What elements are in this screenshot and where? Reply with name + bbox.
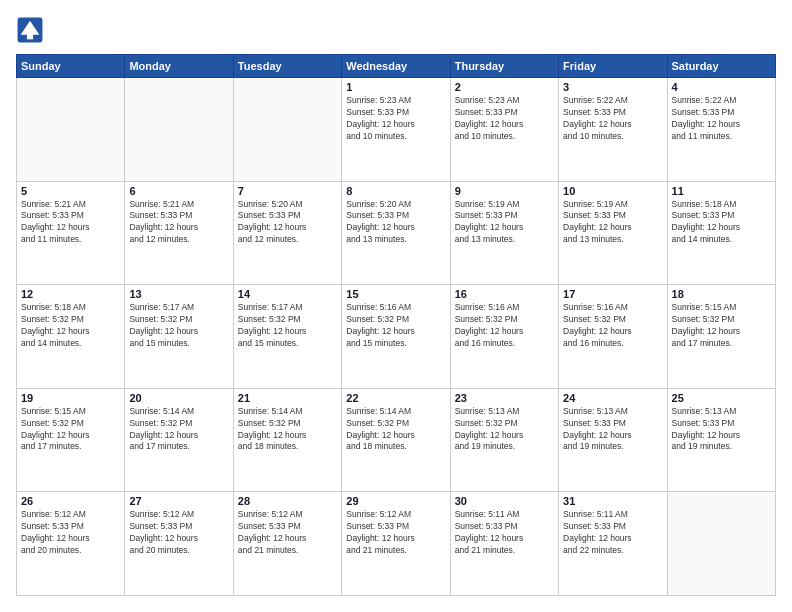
day-info: Sunrise: 5:14 AM Sunset: 5:32 PM Dayligh… [346, 406, 445, 454]
day-number: 3 [563, 81, 662, 93]
calendar-week-row: 5Sunrise: 5:21 AM Sunset: 5:33 PM Daylig… [17, 181, 776, 285]
day-info: Sunrise: 5:12 AM Sunset: 5:33 PM Dayligh… [21, 509, 120, 557]
calendar-cell: 9Sunrise: 5:19 AM Sunset: 5:33 PM Daylig… [450, 181, 558, 285]
day-info: Sunrise: 5:13 AM Sunset: 5:33 PM Dayligh… [672, 406, 771, 454]
calendar-week-row: 19Sunrise: 5:15 AM Sunset: 5:32 PM Dayli… [17, 388, 776, 492]
day-number: 27 [129, 495, 228, 507]
day-number: 19 [21, 392, 120, 404]
day-info: Sunrise: 5:21 AM Sunset: 5:33 PM Dayligh… [129, 199, 228, 247]
day-info: Sunrise: 5:12 AM Sunset: 5:33 PM Dayligh… [238, 509, 337, 557]
day-number: 6 [129, 185, 228, 197]
calendar-week-row: 26Sunrise: 5:12 AM Sunset: 5:33 PM Dayli… [17, 492, 776, 596]
calendar-cell: 18Sunrise: 5:15 AM Sunset: 5:32 PM Dayli… [667, 285, 775, 389]
day-number: 26 [21, 495, 120, 507]
day-number: 25 [672, 392, 771, 404]
day-number: 21 [238, 392, 337, 404]
calendar-table: SundayMondayTuesdayWednesdayThursdayFrid… [16, 54, 776, 596]
calendar-week-row: 12Sunrise: 5:18 AM Sunset: 5:32 PM Dayli… [17, 285, 776, 389]
day-number: 8 [346, 185, 445, 197]
day-number: 4 [672, 81, 771, 93]
day-number: 10 [563, 185, 662, 197]
page: SundayMondayTuesdayWednesdayThursdayFrid… [0, 0, 792, 612]
day-info: Sunrise: 5:11 AM Sunset: 5:33 PM Dayligh… [563, 509, 662, 557]
day-number: 9 [455, 185, 554, 197]
day-info: Sunrise: 5:17 AM Sunset: 5:32 PM Dayligh… [129, 302, 228, 350]
calendar-cell: 30Sunrise: 5:11 AM Sunset: 5:33 PM Dayli… [450, 492, 558, 596]
calendar-cell: 17Sunrise: 5:16 AM Sunset: 5:32 PM Dayli… [559, 285, 667, 389]
calendar-cell: 21Sunrise: 5:14 AM Sunset: 5:32 PM Dayli… [233, 388, 341, 492]
calendar-cell: 24Sunrise: 5:13 AM Sunset: 5:33 PM Dayli… [559, 388, 667, 492]
calendar-cell: 2Sunrise: 5:23 AM Sunset: 5:33 PM Daylig… [450, 78, 558, 182]
calendar-cell [667, 492, 775, 596]
day-number: 13 [129, 288, 228, 300]
calendar-cell: 5Sunrise: 5:21 AM Sunset: 5:33 PM Daylig… [17, 181, 125, 285]
day-number: 1 [346, 81, 445, 93]
day-info: Sunrise: 5:17 AM Sunset: 5:32 PM Dayligh… [238, 302, 337, 350]
day-number: 17 [563, 288, 662, 300]
weekday-header: Wednesday [342, 55, 450, 78]
calendar-week-row: 1Sunrise: 5:23 AM Sunset: 5:33 PM Daylig… [17, 78, 776, 182]
calendar-cell: 3Sunrise: 5:22 AM Sunset: 5:33 PM Daylig… [559, 78, 667, 182]
day-info: Sunrise: 5:21 AM Sunset: 5:33 PM Dayligh… [21, 199, 120, 247]
calendar-cell: 31Sunrise: 5:11 AM Sunset: 5:33 PM Dayli… [559, 492, 667, 596]
calendar-cell [233, 78, 341, 182]
weekday-header: Sunday [17, 55, 125, 78]
calendar-cell: 6Sunrise: 5:21 AM Sunset: 5:33 PM Daylig… [125, 181, 233, 285]
day-info: Sunrise: 5:14 AM Sunset: 5:32 PM Dayligh… [129, 406, 228, 454]
day-info: Sunrise: 5:19 AM Sunset: 5:33 PM Dayligh… [455, 199, 554, 247]
day-info: Sunrise: 5:23 AM Sunset: 5:33 PM Dayligh… [455, 95, 554, 143]
day-info: Sunrise: 5:11 AM Sunset: 5:33 PM Dayligh… [455, 509, 554, 557]
day-info: Sunrise: 5:16 AM Sunset: 5:32 PM Dayligh… [563, 302, 662, 350]
calendar-cell: 22Sunrise: 5:14 AM Sunset: 5:32 PM Dayli… [342, 388, 450, 492]
day-info: Sunrise: 5:13 AM Sunset: 5:32 PM Dayligh… [455, 406, 554, 454]
day-number: 30 [455, 495, 554, 507]
day-info: Sunrise: 5:13 AM Sunset: 5:33 PM Dayligh… [563, 406, 662, 454]
day-number: 18 [672, 288, 771, 300]
day-info: Sunrise: 5:12 AM Sunset: 5:33 PM Dayligh… [129, 509, 228, 557]
calendar-cell: 19Sunrise: 5:15 AM Sunset: 5:32 PM Dayli… [17, 388, 125, 492]
day-info: Sunrise: 5:18 AM Sunset: 5:32 PM Dayligh… [21, 302, 120, 350]
svg-rect-2 [27, 32, 33, 40]
calendar-cell: 8Sunrise: 5:20 AM Sunset: 5:33 PM Daylig… [342, 181, 450, 285]
day-number: 31 [563, 495, 662, 507]
calendar-cell: 12Sunrise: 5:18 AM Sunset: 5:32 PM Dayli… [17, 285, 125, 389]
day-info: Sunrise: 5:16 AM Sunset: 5:32 PM Dayligh… [346, 302, 445, 350]
day-number: 12 [21, 288, 120, 300]
day-number: 29 [346, 495, 445, 507]
calendar-cell: 7Sunrise: 5:20 AM Sunset: 5:33 PM Daylig… [233, 181, 341, 285]
calendar-cell: 10Sunrise: 5:19 AM Sunset: 5:33 PM Dayli… [559, 181, 667, 285]
calendar-cell: 27Sunrise: 5:12 AM Sunset: 5:33 PM Dayli… [125, 492, 233, 596]
day-info: Sunrise: 5:22 AM Sunset: 5:33 PM Dayligh… [672, 95, 771, 143]
day-info: Sunrise: 5:16 AM Sunset: 5:32 PM Dayligh… [455, 302, 554, 350]
logo-icon [16, 16, 44, 44]
day-info: Sunrise: 5:19 AM Sunset: 5:33 PM Dayligh… [563, 199, 662, 247]
day-info: Sunrise: 5:23 AM Sunset: 5:33 PM Dayligh… [346, 95, 445, 143]
day-number: 16 [455, 288, 554, 300]
calendar-cell: 28Sunrise: 5:12 AM Sunset: 5:33 PM Dayli… [233, 492, 341, 596]
day-number: 2 [455, 81, 554, 93]
calendar-cell: 11Sunrise: 5:18 AM Sunset: 5:33 PM Dayli… [667, 181, 775, 285]
weekday-header: Saturday [667, 55, 775, 78]
day-info: Sunrise: 5:14 AM Sunset: 5:32 PM Dayligh… [238, 406, 337, 454]
day-number: 5 [21, 185, 120, 197]
calendar-cell: 26Sunrise: 5:12 AM Sunset: 5:33 PM Dayli… [17, 492, 125, 596]
calendar-cell: 1Sunrise: 5:23 AM Sunset: 5:33 PM Daylig… [342, 78, 450, 182]
calendar-cell: 4Sunrise: 5:22 AM Sunset: 5:33 PM Daylig… [667, 78, 775, 182]
calendar-cell: 13Sunrise: 5:17 AM Sunset: 5:32 PM Dayli… [125, 285, 233, 389]
day-info: Sunrise: 5:15 AM Sunset: 5:32 PM Dayligh… [672, 302, 771, 350]
weekday-header: Thursday [450, 55, 558, 78]
day-number: 22 [346, 392, 445, 404]
day-number: 28 [238, 495, 337, 507]
day-info: Sunrise: 5:15 AM Sunset: 5:32 PM Dayligh… [21, 406, 120, 454]
header [16, 16, 776, 44]
day-info: Sunrise: 5:18 AM Sunset: 5:33 PM Dayligh… [672, 199, 771, 247]
day-info: Sunrise: 5:20 AM Sunset: 5:33 PM Dayligh… [238, 199, 337, 247]
day-number: 15 [346, 288, 445, 300]
day-number: 23 [455, 392, 554, 404]
weekday-header: Friday [559, 55, 667, 78]
weekday-header: Monday [125, 55, 233, 78]
day-info: Sunrise: 5:22 AM Sunset: 5:33 PM Dayligh… [563, 95, 662, 143]
calendar-cell: 20Sunrise: 5:14 AM Sunset: 5:32 PM Dayli… [125, 388, 233, 492]
day-number: 14 [238, 288, 337, 300]
day-number: 20 [129, 392, 228, 404]
